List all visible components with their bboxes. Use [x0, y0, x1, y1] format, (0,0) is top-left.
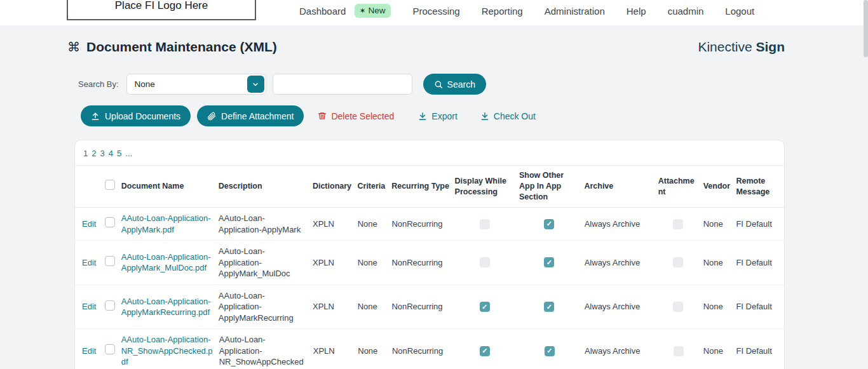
- define-attachment-button[interactable]: Define Attachment: [197, 105, 304, 126]
- delete-selected-button[interactable]: Delete Selected: [318, 111, 394, 121]
- documents-card: 12345... Document Name Description Dicti…: [74, 140, 785, 369]
- sparkle-icon: ✶: [359, 6, 365, 15]
- new-badge-label: New: [368, 6, 385, 15]
- criteria-cell: None: [358, 218, 392, 230]
- search-icon: [434, 80, 443, 89]
- recurring-type-cell: NonRecurring: [391, 218, 454, 230]
- page-title-text: Document Maintenance (XML): [86, 39, 277, 55]
- page-link[interactable]: 4: [109, 149, 113, 158]
- search-button-label: Search: [447, 79, 475, 90]
- archive-cell: Always Archive: [585, 218, 658, 230]
- attachment-checkbox: [673, 302, 683, 312]
- export-button[interactable]: Export: [418, 111, 457, 121]
- remote-message-cell: FI Default: [736, 218, 784, 230]
- page-link[interactable]: 5: [117, 149, 121, 158]
- nav-logout[interactable]: Logout: [725, 6, 754, 17]
- column-header-archive: Archive: [584, 181, 658, 192]
- show-other-app-checkbox: [544, 219, 554, 229]
- column-header-recurring-type: Recurring Type: [391, 181, 454, 192]
- display-while-processing-checkbox: [480, 346, 490, 356]
- page-link[interactable]: 2: [92, 149, 96, 158]
- document-name-link[interactable]: AAuto-Loan-Application-ApplyMark_MulDoc.…: [121, 252, 211, 273]
- nav-help[interactable]: Help: [627, 6, 646, 17]
- description-cell: AAuto-Loan-Application-ApplyMarkRecurrin…: [219, 290, 313, 324]
- search-by-select[interactable]: None: [126, 74, 266, 95]
- description-cell: AAuto-Loan-Application-ApplyMark_MulDoc: [219, 246, 313, 279]
- search-input[interactable]: [273, 74, 412, 95]
- recurring-type-cell: NonRecurring: [391, 301, 454, 312]
- scrollbar[interactable]: [864, 0, 868, 369]
- dictionary-cell: XPLN: [313, 346, 358, 357]
- page-title: ⌘ Document Maintenance (XML): [67, 39, 277, 55]
- criteria-cell: None: [358, 257, 392, 269]
- pagination: 12345...: [75, 140, 784, 166]
- kinective-sign-logo: Kinective Sign: [698, 39, 785, 55]
- upload-icon: [91, 112, 100, 121]
- criteria-cell: None: [358, 301, 392, 312]
- row-select-checkbox[interactable]: [105, 300, 115, 311]
- table-row: Edit AAuto-Loan-Application-ApplyMark.pd…: [75, 208, 784, 241]
- archive-cell: Always Archive: [585, 257, 658, 269]
- vendor-cell: None: [703, 257, 736, 269]
- remote-message-cell: FI Default: [736, 346, 784, 357]
- search-by-selected-value: None: [135, 79, 155, 89]
- attachment-checkbox: [674, 346, 684, 356]
- table-header-row: Document Name Description Dictionary Cri…: [75, 166, 784, 208]
- dictionary-cell: XPLN: [313, 218, 358, 230]
- nav-administration[interactable]: Administration: [545, 6, 605, 17]
- check-out-label: Check Out: [494, 111, 536, 121]
- column-header-document-name: Document Name: [121, 181, 219, 192]
- nav-reporting[interactable]: Reporting: [482, 6, 523, 17]
- column-header-criteria: Criteria: [357, 181, 391, 192]
- document-name-link[interactable]: AAuto-Loan-Application-ApplyMark.pdf: [121, 213, 211, 234]
- chevron-down-icon: [247, 76, 264, 93]
- main-nav: Dashboard ✶New Processing Reporting Admi…: [299, 0, 754, 22]
- edit-link[interactable]: Edit: [82, 258, 96, 267]
- row-select-checkbox[interactable]: [105, 256, 115, 266]
- trash-icon: [318, 111, 327, 121]
- table-row: Edit AAuto-Loan-Application-NR_ShowAppCh…: [75, 329, 784, 369]
- toolbar: Upload Documents Define Attachment Delet…: [81, 105, 868, 126]
- vendor-cell: None: [703, 218, 736, 230]
- define-attachment-label: Define Attachment: [221, 111, 294, 121]
- search-row: Search By: None Search: [78, 74, 868, 95]
- page-link[interactable]: ...: [125, 149, 132, 158]
- nav-processing[interactable]: Processing: [412, 6, 459, 17]
- row-select-checkbox[interactable]: [105, 344, 115, 354]
- search-button[interactable]: Search: [423, 74, 486, 95]
- show-other-app-checkbox: [544, 257, 554, 267]
- row-select-checkbox[interactable]: [105, 217, 115, 227]
- display-while-processing-checkbox: [480, 219, 490, 229]
- attachment-checkbox: [673, 257, 683, 267]
- download-icon: [480, 112, 489, 121]
- edit-link[interactable]: Edit: [82, 346, 96, 356]
- document-name-link[interactable]: AAuto-Loan-Application-ApplyMarkRecurrin…: [121, 297, 211, 318]
- page-link[interactable]: 3: [100, 149, 104, 158]
- table-body: Edit AAuto-Loan-Application-ApplyMark.pd…: [75, 208, 784, 369]
- check-out-button[interactable]: Check Out: [480, 111, 536, 121]
- document-name-link[interactable]: AAuto-Loan-Application-NR_ShowAppChecked…: [121, 335, 213, 366]
- remote-message-cell: FI Default: [736, 257, 784, 269]
- nav-dashboard[interactable]: Dashboard: [299, 6, 346, 17]
- select-all-checkbox[interactable]: [105, 180, 115, 190]
- download-icon: [418, 112, 427, 121]
- show-other-app-checkbox: [544, 302, 554, 312]
- display-while-processing-checkbox: [480, 257, 490, 267]
- edit-link[interactable]: Edit: [82, 302, 96, 311]
- vendor-cell: None: [703, 301, 736, 312]
- column-header-show-other-app: Show Other App In App Section: [519, 170, 584, 203]
- new-badge[interactable]: ✶New: [355, 4, 391, 18]
- top-navigation-bar: Place FI Logo Here Dashboard ✶New Proces…: [0, 0, 868, 25]
- page-link[interactable]: 1: [83, 149, 88, 158]
- column-header-attachment: Attachment: [658, 176, 703, 198]
- edit-link[interactable]: Edit: [82, 219, 96, 229]
- scrollbar-thumb[interactable]: [864, 0, 868, 57]
- column-header-description: Description: [219, 181, 313, 192]
- paperclip-icon: [207, 112, 216, 121]
- column-header-remote-message: Remote Message: [736, 176, 784, 198]
- vendor-cell: None: [703, 346, 736, 357]
- dictionary-cell: XPLN: [313, 301, 358, 312]
- nav-user[interactable]: cuadmin: [668, 6, 704, 17]
- fi-logo-text: Place FI Logo Here: [115, 0, 208, 12]
- upload-documents-button[interactable]: Upload Documents: [81, 105, 191, 126]
